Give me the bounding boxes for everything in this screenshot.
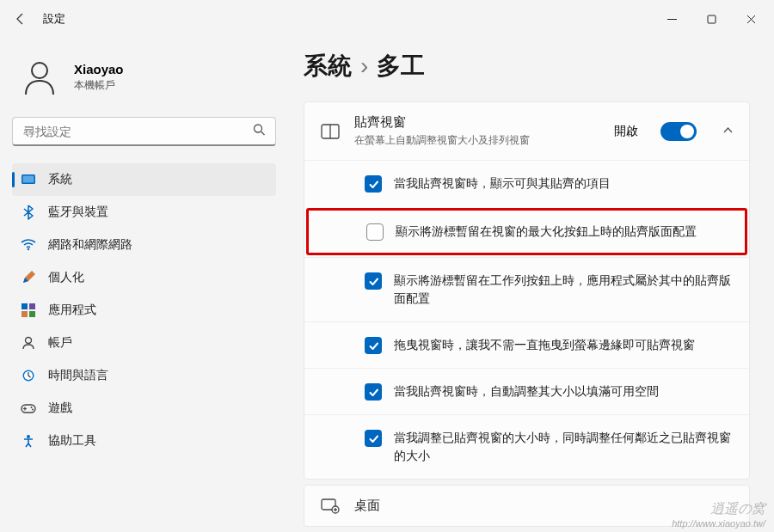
snap-card-title: 貼齊視窗 (354, 114, 530, 131)
svg-point-17 (32, 409, 34, 411)
snap-layout-icon (320, 124, 341, 139)
maximize-button[interactable] (691, 5, 731, 33)
minimize-button[interactable] (652, 5, 691, 33)
checkbox-checked-icon[interactable] (365, 272, 382, 290)
svg-point-20 (27, 435, 30, 438)
snap-option-3[interactable]: 拖曳視窗時，讓我不需一直拖曳到螢幕邊緣即可貼齊視窗 (304, 321, 749, 368)
svg-rect-6 (23, 176, 34, 183)
network-icon (21, 237, 36, 253)
option-text: 拖曳視窗時，讓我不需一直拖曳到螢幕邊緣即可貼齊視窗 (394, 336, 695, 354)
titlebar: 設定 (0, 0, 774, 38)
snap-windows-header[interactable]: 貼齊視窗 在螢幕上自動調整視窗大小及排列視窗 開啟 (304, 102, 749, 160)
snap-option-1[interactable]: 顯示將游標暫留在視窗的最大化按鈕上時的貼齊版面配置 (306, 208, 747, 255)
search-wrap (12, 117, 276, 146)
sidebar-item-system[interactable]: 系統 (12, 163, 276, 196)
snap-card-subtitle: 在螢幕上自動調整視窗大小及排列視窗 (354, 133, 530, 148)
svg-rect-11 (29, 311, 35, 317)
option-text: 當我調整已貼齊視窗的大小時，同時調整任何鄰近之已貼齊視窗的大小 (394, 429, 734, 465)
breadcrumb-parent[interactable]: 系統 (304, 52, 352, 79)
gaming-icon (21, 401, 36, 416)
sidebar-item-label: 藍牙與裝置 (48, 205, 108, 220)
snap-option-2[interactable]: 顯示將游標暫留在工作列按鈕上時，應用程式屬於其中的貼齊版面配置 (304, 257, 749, 321)
content: 系統›多工 貼齊視窗 在螢幕上自動調整視窗大小及排列視窗 開啟 當我貼齊視窗時，… (288, 38, 774, 532)
watermark: 逍遥の窝 http://www.xiaoyao.tw/ (672, 500, 765, 529)
sidebar-item-label: 應用程式 (48, 303, 96, 318)
snap-option-5[interactable]: 當我調整已貼齊視窗的大小時，同時調整任何鄰近之已貼齊視窗的大小 (304, 414, 749, 479)
apps-icon (21, 303, 36, 318)
checkbox-checked-icon[interactable] (365, 337, 382, 354)
snap-windows-card: 貼齊視窗 在螢幕上自動調整視窗大小及排列視窗 開啟 當我貼齊視窗時，顯示可與其貼… (304, 101, 750, 480)
app-title: 設定 (43, 11, 65, 27)
snap-option-4[interactable]: 當我貼齊視窗時，自動調整其大小以填滿可用空間 (304, 368, 749, 414)
breadcrumb-current: 多工 (377, 52, 425, 79)
svg-point-12 (26, 338, 32, 344)
checkbox-checked-icon[interactable] (365, 430, 382, 447)
snap-toggle[interactable] (660, 122, 697, 141)
checkbox-unchecked-icon[interactable] (366, 223, 384, 241)
svg-point-16 (31, 407, 33, 408)
close-button[interactable] (731, 5, 771, 33)
sidebar-item-time[interactable]: 時間與語言 (12, 359, 276, 392)
sidebar-item-label: 遊戲 (48, 401, 72, 416)
svg-point-2 (32, 63, 47, 78)
accounts-icon (21, 335, 36, 351)
profile[interactable]: Xiaoyao 本機帳戶 (12, 46, 276, 117)
sidebar-item-network[interactable]: 網路和網際網路 (12, 229, 276, 261)
profile-name: Xiaoyao (74, 62, 124, 76)
back-button[interactable] (3, 2, 38, 36)
profile-account-type: 本機帳戶 (74, 78, 124, 93)
snap-option-0[interactable]: 當我貼齊視窗時，顯示可與其貼齊的項目 (304, 160, 749, 206)
nav-list: 系統藍牙與裝置網路和網際網路個人化應用程式帳戶時間與語言遊戲協助工具 (12, 163, 276, 457)
sidebar-item-bluetooth[interactable]: 藍牙與裝置 (12, 196, 276, 229)
svg-rect-10 (22, 311, 28, 317)
svg-point-7 (28, 248, 29, 250)
time-icon (21, 368, 36, 383)
chevron-up-icon (722, 124, 734, 139)
sidebar-item-label: 協助工具 (48, 433, 96, 449)
option-text: 當我貼齊視窗時，自動調整其大小以填滿可用空間 (394, 382, 659, 401)
toggle-label: 開啟 (614, 124, 638, 139)
option-text: 顯示將游標暫留在視窗的最大化按鈕上時的貼齊版面配置 (396, 223, 697, 241)
sidebar-item-accounts[interactable]: 帳戶 (12, 327, 276, 359)
sidebar-item-label: 個人化 (48, 270, 84, 285)
personalize-icon (21, 270, 36, 285)
checkbox-checked-icon[interactable] (365, 175, 382, 193)
option-text: 顯示將游標暫留在工作列按鈕上時，應用程式屬於其中的貼齊版面配置 (394, 272, 734, 308)
checkbox-checked-icon[interactable] (365, 383, 382, 401)
breadcrumb: 系統›多工 (304, 50, 750, 83)
option-text: 當我貼齊視窗時，顯示可與其貼齊的項目 (394, 174, 611, 193)
desktops-icon (320, 498, 341, 514)
window-controls (652, 5, 771, 33)
svg-rect-1 (708, 15, 716, 23)
avatar (17, 55, 62, 100)
system-icon (21, 172, 36, 187)
search-input[interactable] (12, 117, 276, 146)
sidebar-item-label: 時間與語言 (48, 368, 108, 383)
sidebar-item-label: 網路和網際網路 (48, 237, 132, 253)
desktops-title: 桌面 (354, 498, 380, 514)
breadcrumb-separator: › (360, 52, 368, 79)
sidebar-item-gaming[interactable]: 遊戲 (12, 392, 276, 425)
bluetooth-icon (21, 205, 36, 220)
sidebar-item-personalize[interactable]: 個人化 (12, 261, 276, 294)
sidebar-item-label: 帳戶 (48, 335, 72, 351)
accessibility-icon (21, 433, 36, 449)
sidebar: Xiaoyao 本機帳戶 系統藍牙與裝置網路和網際網路個人化應用程式帳戶時間與語… (0, 38, 288, 532)
sidebar-item-apps[interactable]: 應用程式 (12, 294, 276, 327)
sidebar-item-accessibility[interactable]: 協助工具 (12, 425, 276, 457)
svg-rect-9 (29, 303, 35, 309)
svg-rect-8 (22, 303, 28, 309)
sidebar-item-label: 系統 (48, 172, 72, 187)
